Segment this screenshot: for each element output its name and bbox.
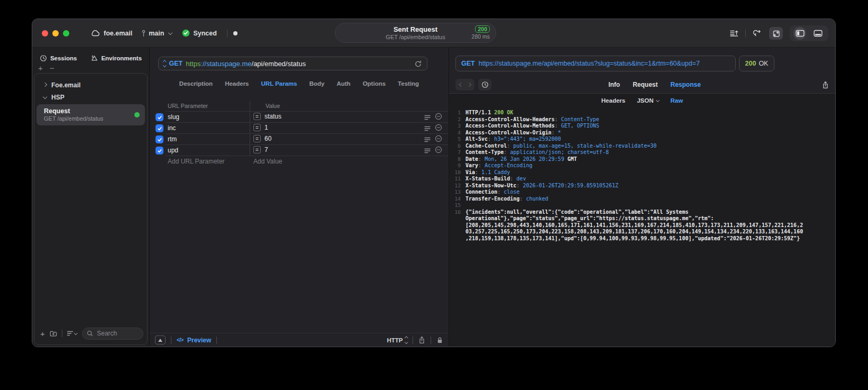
history-icon[interactable] (478, 79, 491, 90)
add-param-name-placeholder[interactable]: Add URL Parameter (168, 158, 225, 165)
add-param-row[interactable]: Add URL Parameter Add Value (150, 156, 449, 167)
sort-menu-button[interactable] (67, 330, 77, 337)
tab-options[interactable]: Options (363, 80, 386, 87)
sent-request-subtitle: GET /api/embed/status (386, 34, 445, 41)
sync-loop-icon[interactable] (751, 27, 764, 40)
param-value-field[interactable]: 60 (264, 135, 271, 142)
maximize-button[interactable] (63, 30, 69, 37)
row-menu-icon[interactable] (424, 135, 431, 144)
param-value-field[interactable]: 1 (264, 124, 268, 131)
main-content: Sessions Environments + − Foe.ema (32, 48, 835, 347)
param-enabled-checkbox[interactable] (156, 113, 163, 121)
param-value-field[interactable]: status (264, 113, 281, 120)
search-box[interactable] (82, 328, 143, 340)
tab-environments[interactable]: Environments (90, 55, 142, 62)
tree-item-hsp[interactable]: HSP (34, 91, 147, 103)
export-response-icon[interactable] (822, 81, 829, 89)
add-param-value-placeholder[interactable]: Add Value (253, 158, 282, 165)
close-button[interactable] (42, 30, 48, 37)
chevron-down-icon (163, 64, 166, 67)
tree-item-foe-email[interactable]: Foe.email (34, 79, 147, 91)
remove-row-icon[interactable] (435, 135, 442, 144)
param-row: rtm=60 (150, 134, 449, 145)
sent-request-title: Sent Request (386, 25, 445, 34)
code-line: 3Access-Control-Allow-Methods: GET, OPTI… (449, 123, 835, 130)
line-content: Access-Control-Allow-Methods: GET, OPTIO… (465, 123, 599, 130)
tab-url-params[interactable]: URL Params (261, 80, 297, 87)
param-name-field[interactable]: rtm (168, 135, 177, 143)
tab-request[interactable]: Request (633, 81, 657, 88)
add-folder-button[interactable] (49, 330, 58, 337)
param-enabled-checkbox[interactable] (156, 135, 163, 143)
tab-body[interactable]: Body (309, 80, 325, 87)
remove-item-button[interactable]: − (50, 65, 54, 72)
toggle-bottom-panel-icon[interactable] (811, 27, 825, 40)
code-line: 16{"incidents":null,"overall":{"code":"o… (449, 209, 835, 242)
titlebar-divider (227, 30, 227, 37)
column-header-name: URL Parameter (168, 103, 208, 109)
param-value-cell: =status (253, 113, 281, 120)
share-icon[interactable] (418, 336, 425, 344)
tab-headers[interactable]: Headers (225, 80, 249, 87)
clock-icon (40, 55, 47, 62)
add-item-button[interactable]: + (38, 65, 43, 72)
code-segment: Date (465, 156, 478, 162)
tab-description[interactable]: Description (179, 80, 213, 87)
collapse-panel-button[interactable] (155, 335, 166, 344)
code-segment: h3=":443"; ma=2592000 (494, 136, 561, 142)
tab-testing[interactable]: Testing (398, 80, 419, 87)
subtab-headers[interactable]: Headers (601, 97, 625, 104)
code-segment: {"incidents":null,"overall":{"code":"ope… (465, 209, 803, 241)
request-url-bar[interactable]: GET https://statuspage.me/api/embed/stat… (158, 57, 427, 70)
response-url-box[interactable]: GET https://statuspage.me/api/embed/stat… (455, 56, 736, 71)
url-scheme: https (186, 60, 200, 68)
import-export-icon[interactable] (769, 27, 783, 40)
protocol-selector[interactable]: HTTP (387, 337, 407, 343)
export-list-icon[interactable] (727, 27, 741, 40)
search-input[interactable] (96, 329, 139, 338)
forward-button[interactable] (465, 83, 473, 86)
code-line: 5Alt-Svc: h3=":443"; ma=2592000 (449, 136, 835, 143)
param-enabled-checkbox[interactable] (156, 124, 163, 132)
minimize-button[interactable] (52, 30, 59, 37)
code-segment: Access-Control-Allow-Origin (465, 130, 552, 135)
equals-icon: = (253, 146, 261, 153)
code-segment: : (507, 143, 513, 149)
remove-row-icon[interactable] (435, 124, 442, 133)
code-segment: Vary (465, 162, 478, 168)
add-request-button[interactable]: + (40, 330, 45, 337)
param-value-field[interactable]: 7 (264, 146, 268, 153)
back-button[interactable] (457, 83, 465, 86)
response-raw-body: 1HTTP/1.1 200 OK2Access-Control-Allow-He… (449, 107, 835, 347)
subtab-json[interactable]: JSON (637, 97, 659, 104)
param-name-field[interactable]: slug (168, 113, 179, 121)
sidebar-tab-bar: Sessions Environments (32, 55, 149, 62)
param-enabled-checkbox[interactable] (156, 147, 163, 155)
subtab-raw[interactable]: Raw (671, 97, 683, 104)
preview-button[interactable]: </> Preview (177, 337, 211, 344)
param-name-field[interactable]: upd (168, 147, 178, 154)
row-menu-icon[interactable] (424, 124, 431, 133)
row-menu-icon[interactable] (424, 113, 431, 122)
code-segment: X-Status-Build (465, 176, 510, 182)
tab-sessions[interactable]: Sessions (40, 55, 77, 62)
row-menu-icon[interactable] (424, 146, 431, 156)
branch-selector[interactable]: main (141, 30, 172, 37)
sent-request-banner[interactable]: Sent Request GET /api/embed/status 200 2… (335, 23, 496, 43)
method-selector-icon[interactable] (163, 61, 166, 67)
param-name-field[interactable]: inc (168, 124, 176, 132)
line-content: Date: Mon, 26 Jan 2026 20:29:59 GMT (465, 156, 577, 163)
resend-request-icon[interactable] (414, 60, 422, 68)
line-content: X-Status-Now-Utc: 2026-01-26T20:29:59.85… (465, 183, 618, 189)
remove-row-icon[interactable] (435, 113, 442, 122)
tab-response[interactable]: Response (670, 81, 700, 88)
tab-info[interactable]: Info (608, 81, 620, 88)
remove-row-icon[interactable] (435, 146, 442, 156)
toggle-sidebar-icon[interactable] (793, 27, 806, 40)
request-list-item[interactable]: Request GET /api/embed/status (36, 104, 145, 125)
code-segment: Access-Control-Allow-Headers (465, 116, 555, 122)
url-host: ://statuspage.me (200, 60, 251, 68)
response-time: 280 ms (472, 33, 490, 40)
lock-icon[interactable] (436, 337, 443, 344)
tab-auth[interactable]: Auth (336, 80, 350, 87)
